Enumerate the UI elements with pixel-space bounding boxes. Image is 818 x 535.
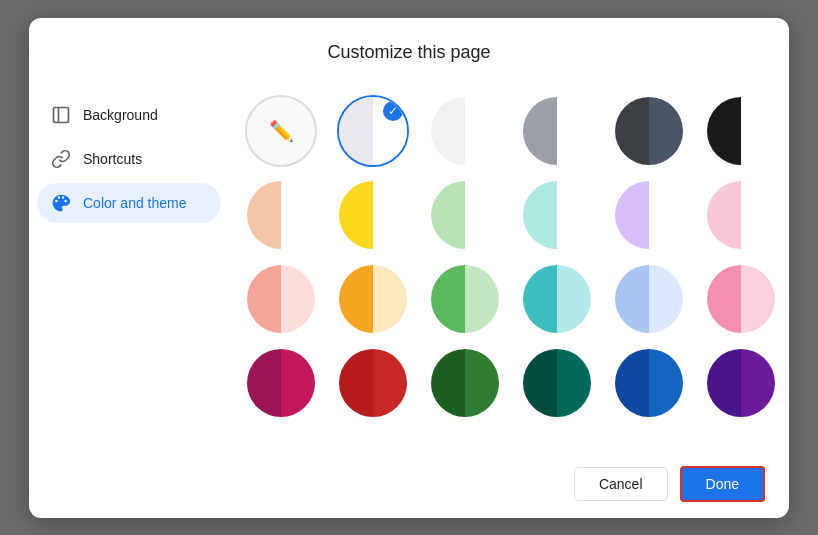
color-half-left [339, 181, 373, 249]
color-circle-dark-teal2[interactable] [521, 347, 593, 419]
sidebar-item-color-theme[interactable]: Color and theme [37, 183, 221, 223]
color-half-left [707, 265, 741, 333]
color-half-right [741, 265, 775, 333]
color-circle-dark-teal[interactable] [613, 95, 685, 167]
color-circle-green-mid[interactable] [429, 263, 501, 335]
selected-check-badge: ✓ [383, 101, 403, 121]
dialog-footer: Cancel Done [29, 454, 789, 518]
color-circle-orange[interactable] [337, 263, 409, 335]
background-icon [51, 105, 71, 125]
color-half-left [707, 97, 741, 165]
color-half-left [523, 265, 557, 333]
color-half-right [281, 181, 315, 249]
color-half-right [649, 181, 683, 249]
color-half-left [615, 265, 649, 333]
color-half-left [431, 349, 465, 417]
color-half-right [557, 265, 591, 333]
color-circle-black[interactable] [705, 95, 777, 167]
color-circle-purple[interactable] [705, 347, 777, 419]
color-circle-salmon[interactable] [245, 263, 317, 335]
color-half-left [339, 265, 373, 333]
color-half-right [649, 97, 683, 165]
color-half-left [247, 349, 281, 417]
cancel-button[interactable]: Cancel [574, 467, 668, 501]
color-grid: ✏️✓ [245, 87, 757, 427]
color-half-left [707, 349, 741, 417]
color-half-right [373, 349, 407, 417]
color-half-right [281, 349, 315, 417]
color-half-left [615, 349, 649, 417]
color-circle-cyan-light[interactable] [521, 179, 593, 251]
color-half-right [649, 349, 683, 417]
dialog-body: Background Shortcuts Co [29, 79, 789, 454]
color-circle-forest[interactable] [429, 347, 501, 419]
color-circle-pink-light[interactable] [705, 179, 777, 251]
dialog-title: Customize this page [29, 18, 789, 79]
color-half-right [741, 97, 775, 165]
color-half-left [523, 97, 557, 165]
sidebar-item-background-label: Background [83, 107, 158, 123]
color-half-left [431, 97, 465, 165]
pencil-icon: ✏️ [269, 119, 294, 143]
sidebar-item-background[interactable]: Background [37, 95, 221, 135]
color-half-right [741, 181, 775, 249]
color-half-left [523, 181, 557, 249]
sidebar: Background Shortcuts Co [29, 79, 229, 454]
color-half-left [707, 181, 741, 249]
color-half-right [557, 181, 591, 249]
color-circle-teal-mid[interactable] [521, 263, 593, 335]
color-circle-lavender-light[interactable] [613, 179, 685, 251]
color-circle-red-dark[interactable] [337, 347, 409, 419]
shortcuts-icon [51, 149, 71, 169]
color-half-right [373, 265, 407, 333]
color-circle-peach-light[interactable] [245, 179, 317, 251]
color-half-left [339, 97, 373, 165]
sidebar-item-shortcuts-label: Shortcuts [83, 151, 142, 167]
color-half-left [615, 97, 649, 165]
color-half-left [431, 265, 465, 333]
sidebar-item-color-theme-label: Color and theme [83, 195, 187, 211]
color-circle-gray-light[interactable] [429, 95, 501, 167]
color-half-right [465, 349, 499, 417]
color-circle-custom[interactable]: ✏️ [245, 95, 317, 167]
color-half-left [339, 349, 373, 417]
color-theme-content: ✏️✓ [229, 79, 789, 454]
customize-dialog: Customize this page Background [29, 18, 789, 518]
color-half-right [465, 265, 499, 333]
color-circle-default[interactable]: ✓ [337, 95, 409, 167]
color-half-right [465, 181, 499, 249]
color-circle-magenta[interactable] [245, 347, 317, 419]
color-half-right [557, 97, 591, 165]
color-circle-green-light[interactable] [429, 179, 501, 251]
svg-rect-0 [54, 107, 69, 122]
color-half-right [373, 181, 407, 249]
color-circle-navy[interactable] [613, 347, 685, 419]
color-half-right [281, 265, 315, 333]
done-button[interactable]: Done [680, 466, 765, 502]
color-circle-pink-mid[interactable] [705, 263, 777, 335]
palette-icon [51, 193, 71, 213]
color-half-left [431, 181, 465, 249]
color-half-left [615, 181, 649, 249]
color-circle-yellow-light[interactable] [337, 179, 409, 251]
color-half-left [247, 181, 281, 249]
color-half-left [247, 265, 281, 333]
sidebar-item-shortcuts[interactable]: Shortcuts [37, 139, 221, 179]
color-half-right [649, 265, 683, 333]
color-half-right [465, 97, 499, 165]
color-half-right [741, 349, 775, 417]
color-circle-gray-mid[interactable] [521, 95, 593, 167]
color-half-left [523, 349, 557, 417]
color-circle-blue-light[interactable] [613, 263, 685, 335]
color-half-right [557, 349, 591, 417]
